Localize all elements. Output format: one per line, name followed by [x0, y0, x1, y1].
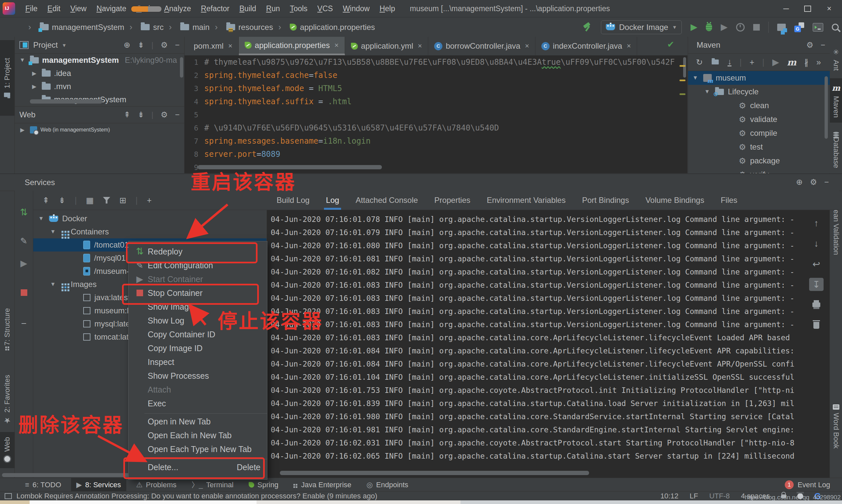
editor-tab[interactable]: pom.xml ×	[184, 37, 239, 55]
tool-window-button[interactable]: ◎ Endpoints	[361, 478, 413, 491]
context-menu-item[interactable]	[129, 410, 267, 415]
editor-tab[interactable]: borrowController.java ×	[428, 37, 535, 55]
menu-item[interactable]: VCS	[312, 0, 338, 17]
project-tree-item[interactable]: ▼ managementSystem E:\lyking90-ma	[15, 54, 184, 67]
breadcrumb-item[interactable]: resources	[210, 22, 273, 32]
gear-icon[interactable]: ⚙	[161, 110, 168, 119]
close-icon[interactable]: ×	[627, 42, 631, 50]
build-hammer-icon[interactable]	[583, 22, 592, 32]
context-menu-item[interactable]: Open in New Tab	[129, 415, 267, 428]
terminal-icon[interactable]	[813, 23, 823, 32]
editor-line[interactable]: 6# \u914D\u7F6E\u56FD\u9645\u5316\u6587\…	[184, 121, 687, 134]
tool-window-button[interactable]: ≡ 6: TODO	[20, 478, 67, 491]
breadcrumb-item[interactable]: main	[163, 22, 210, 32]
notification-icon[interactable]	[5, 493, 12, 499]
context-menu-item[interactable]: Open Each in New Tab	[129, 428, 267, 442]
profiler-button[interactable]	[736, 23, 745, 32]
log-tab[interactable]: Environment Variables	[487, 191, 566, 210]
editor-tab[interactable]: application.yml ×	[345, 37, 429, 55]
tree-chevron[interactable]: ▶	[30, 70, 38, 77]
hide-panel-icon[interactable]: −	[175, 40, 180, 50]
scroll-to-end-icon[interactable]: ↧	[809, 278, 824, 291]
editor-line[interactable]: 1# thymeleaf\u9875\u9762\u7F13\u5B58\u8B…	[184, 56, 687, 69]
hide-panel-icon[interactable]: −	[824, 178, 829, 187]
execute-maven-goal-icon[interactable]: m	[787, 57, 796, 67]
sidebar-tab-maven[interactable]: m Maven	[830, 78, 842, 123]
gear-icon[interactable]: ⚙	[810, 178, 817, 187]
menu-item[interactable]: Tools	[285, 0, 312, 17]
skip-tests-icon[interactable]: ∦	[804, 57, 808, 67]
maximize-button[interactable]	[804, 5, 811, 12]
tree-chevron[interactable]: ▼	[18, 57, 26, 64]
add-maven-project-icon[interactable]: +	[750, 57, 754, 67]
context-menu-item[interactable]: Show Processes	[129, 369, 267, 383]
maven-tree-item[interactable]: ⚙ compile	[688, 126, 830, 140]
maven-tree-item[interactable]: ▼ museum	[688, 71, 830, 85]
status-message[interactable]: Lombok Requires Annotation Processing: D…	[16, 492, 377, 500]
project-tree-item[interactable]: ▶ .idea	[15, 67, 184, 80]
maven-tree-item[interactable]: ⚙ verify	[688, 168, 830, 173]
soft-wrap-icon[interactable]: ↩	[809, 257, 824, 271]
expand-all-icon[interactable]: ⇞	[124, 110, 130, 119]
tool-window-button[interactable]: Java Enterprise	[288, 478, 357, 491]
maven-tree-item[interactable]: ⚙ validate	[688, 112, 830, 126]
more-icon[interactable]: »	[816, 57, 821, 67]
editor-line[interactable]: 3spring.thymeleaf.mode = HTML5	[184, 82, 687, 95]
log-tab[interactable]: Log	[326, 191, 339, 210]
sidebar-tab-web[interactable]: Web	[0, 432, 15, 468]
generate-sources-icon[interactable]	[711, 57, 720, 67]
editor-code[interactable]: 1# thymeleaf\u9875\u9762\u7F13\u5B58\u8B…	[184, 56, 687, 173]
expand-all-icon[interactable]: ⇞	[42, 196, 49, 205]
close-icon[interactable]: ×	[525, 42, 529, 50]
breadcrumb-item[interactable]: src	[124, 22, 164, 32]
log-horizontal-scrollbar[interactable]	[280, 471, 589, 475]
hide-panel-icon[interactable]: −	[175, 110, 180, 119]
debug-button[interactable]	[706, 23, 712, 31]
breadcrumb-item[interactable]: managementSystem	[23, 22, 124, 32]
close-icon[interactable]: ×	[335, 41, 339, 50]
menu-item[interactable]: Help	[375, 0, 400, 17]
reimport-icon[interactable]: ↻	[696, 57, 703, 67]
download-sources-icon[interactable]: ↓	[728, 58, 732, 67]
caret-position[interactable]: 10:12	[660, 492, 679, 500]
open-in-new-tab-icon[interactable]: ⊞	[120, 196, 126, 205]
maven-tree-item[interactable]: ⚙ test	[688, 140, 830, 154]
stop-button[interactable]	[753, 24, 760, 31]
editor-line[interactable]: 8server.port=8089	[184, 148, 687, 161]
run-button[interactable]: ▶	[691, 23, 697, 32]
tree-chevron[interactable]: ▼	[49, 281, 57, 288]
menu-item[interactable]: Analyze	[159, 0, 196, 17]
tool-window-button[interactable]: ⚠ Problems	[131, 478, 182, 491]
locate-icon[interactable]: ⊕	[124, 40, 130, 50]
print-icon[interactable]	[809, 298, 824, 311]
log-tab[interactable]: Port Bindings	[582, 191, 629, 210]
line-ending[interactable]: LF	[690, 492, 698, 500]
remove-icon[interactable]: −	[15, 318, 33, 329]
menu-item[interactable]: Run	[261, 0, 285, 17]
close-button[interactable]: ×	[824, 4, 834, 13]
editor-line[interactable]: 2spring.thymeleaf.cache=false	[184, 69, 687, 82]
editor-line[interactable]: 4spring.thymeleaf.suffix = .html	[184, 95, 687, 108]
redeploy-icon[interactable]: ⇅	[15, 208, 33, 217]
edit-configuration-icon[interactable]: ✎	[15, 237, 33, 245]
log-tab[interactable]: Volume Bindings	[645, 191, 704, 210]
event-log-button[interactable]: 1 Event Log	[785, 478, 830, 491]
menu-item[interactable]: File	[20, 0, 42, 17]
file-encoding[interactable]: UTF-8	[709, 492, 730, 500]
tree-chevron[interactable]: ▶	[18, 127, 26, 133]
filter-icon[interactable]	[103, 197, 110, 203]
context-menu-item[interactable]: Inspect	[129, 355, 267, 369]
group-by-icon[interactable]: ▦	[86, 196, 94, 205]
editor-line[interactable]: 7spring.messages.basename=i18n.login	[184, 134, 687, 148]
menu-item[interactable]: Build	[234, 0, 261, 17]
sidebar-tab-database[interactable]: Database	[830, 126, 842, 174]
gear-icon[interactable]: ⚙	[806, 40, 813, 50]
translate-icon[interactable]	[794, 22, 804, 32]
sidebar-tab-structure[interactable]: 7: Structure	[0, 296, 15, 362]
tree-chevron[interactable]: ▼	[691, 75, 699, 81]
sidebar-tab-favorites[interactable]: ★ 2: Favorites	[0, 369, 15, 431]
menu-item[interactable]: Window	[338, 0, 375, 17]
tool-window-button[interactable]: 〉_ Terminal	[186, 478, 238, 491]
log-tab[interactable]: Attached Console	[356, 191, 418, 210]
tree-chevron[interactable]: ▼	[49, 229, 57, 235]
